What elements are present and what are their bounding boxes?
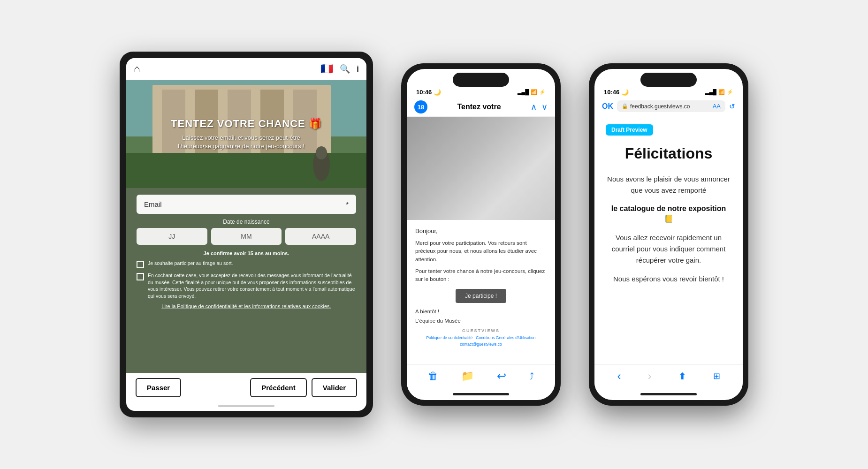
phone1-nav: 18 Tentez votre ∧ ∨ — [407, 98, 555, 117]
phone1-status-right: ▂▄█ 📶 ⚡ — [518, 89, 546, 95]
phone2-device: 10:46 🌙 ▂▄█ 📶 ⚡ OK 🔒 feedback.guestviews… — [589, 63, 748, 406]
signal-icon: ▂▄█ — [518, 89, 529, 95]
svg-point-23 — [494, 159, 507, 174]
dob-year-field[interactable]: AAAA — [285, 228, 356, 245]
svg-rect-20 — [407, 131, 555, 140]
svg-rect-13 — [416, 136, 428, 220]
valider-button[interactable]: Valider — [312, 378, 357, 397]
hero-subtitle: Laissez votre email, et vous serez peut-… — [171, 134, 312, 151]
email-sign2: L'équipe du Musée — [415, 318, 547, 324]
footer-link2[interactable]: contact@guestviews.co — [415, 341, 547, 348]
phone2-home-bar — [640, 393, 697, 395]
svg-rect-12 — [407, 117, 555, 164]
wifi-icon2: 📶 — [718, 89, 725, 95]
reload-icon[interactable]: ↺ — [729, 102, 735, 111]
felicitations-para3: Vous allez recevoir rapidement un courri… — [606, 232, 731, 266]
compose-icon[interactable]: ⤴ — [529, 371, 534, 382]
aa-button[interactable]: AA — [713, 103, 721, 110]
phone1-screen: 10:46 🌙 ▂▄█ 📶 ⚡ 18 Tentez votre ∧ ∨ — [407, 69, 555, 400]
lock-icon: 🔒 — [622, 103, 628, 109]
svg-rect-15 — [454, 136, 465, 220]
svg-rect-8 — [126, 153, 366, 188]
svg-rect-18 — [510, 136, 522, 220]
felicitations-para1: Nous avons le plaisir de vous annoncer q… — [606, 174, 731, 196]
folder-icon[interactable]: 📁 — [461, 370, 474, 382]
footer-link1[interactable]: Politique de confidentialité · Condition… — [415, 335, 547, 341]
dob-month-field[interactable]: MM — [211, 228, 282, 245]
home-icon[interactable]: ⌂ — [134, 63, 140, 75]
phone1-device: 10:46 🌙 ▂▄█ 📶 ⚡ 18 Tentez votre ∧ ∨ — [401, 63, 561, 406]
svg-rect-21 — [407, 201, 555, 220]
guestviews-logo: GUESTVIEWS — [415, 328, 547, 333]
phone1-home-bar — [453, 393, 509, 395]
tabs-icon[interactable]: ⊞ — [713, 371, 720, 381]
svg-rect-11 — [407, 117, 555, 220]
chevron-up-icon[interactable]: ∧ — [531, 102, 537, 112]
phone1-dynamic-island — [453, 73, 509, 87]
dob-row: JJ MM AAAA — [137, 228, 356, 245]
privacy-link[interactable]: Lire la Politique de confidentialité et … — [137, 303, 356, 309]
passer-button[interactable]: Passer — [136, 378, 181, 397]
required-asterisk: * — [346, 200, 349, 208]
dob-day-field[interactable]: JJ — [137, 228, 207, 245]
email-para2: Pour tenter votre chance à notre jeu-con… — [415, 267, 547, 284]
felicitations-prize: le catalogue de notre exposition 📒 — [606, 204, 731, 225]
email-greeting: Bonjour, — [415, 227, 547, 234]
felicitations-content: Draft Preview Félicitations Nous avons l… — [594, 115, 743, 364]
email-sign1: A bientôt ! — [415, 309, 547, 314]
battery-icon2: ⚡ — [727, 89, 733, 95]
tablet-home-bar — [218, 405, 274, 407]
draft-preview-badge: Draft Preview — [606, 124, 653, 136]
email-para1: Merci pour votre participation. Vos reto… — [415, 239, 547, 264]
phone2-status-right: ▂▄█ 📶 ⚡ — [705, 89, 733, 95]
search-icon[interactable]: 🔍 — [340, 64, 350, 74]
checkbox-row-1[interactable]: Je souhaite participer au tirage au sort… — [137, 260, 356, 268]
wifi-icon: 📶 — [531, 89, 537, 95]
signal-icon2: ▂▄█ — [705, 89, 716, 95]
battery-icon: ⚡ — [539, 89, 546, 95]
tablet-bottom-bar: Passer Précédent Valider — [126, 373, 366, 402]
checkbox-newsletter[interactable] — [137, 273, 144, 280]
svg-rect-17 — [491, 136, 503, 220]
share-icon[interactable]: ⬆ — [678, 371, 686, 382]
url-text: feedback.guestviews.co — [630, 103, 690, 110]
phone2-time: 10:46 🌙 — [604, 89, 629, 96]
checkbox-row-2[interactable]: En cochant cette case, vous acceptez de … — [137, 272, 356, 300]
email-text-content: Bonjour, Merci pour votre participation.… — [407, 220, 555, 355]
tablet-hero: TENTEZ VOTRE CHANCE 🎁 Laissez votre emai… — [126, 80, 366, 188]
tablet-device: ⌂ 🇫🇷 🔍 i — [120, 52, 373, 417]
svg-rect-19 — [529, 136, 541, 220]
forward-icon[interactable]: › — [648, 370, 652, 383]
dob-label: Date de naissance — [137, 219, 356, 225]
reply-icon[interactable]: ↩ — [497, 370, 506, 383]
svg-rect-14 — [435, 136, 447, 220]
phone2-dynamic-island — [640, 73, 697, 87]
phone2-status-bar: 10:46 🌙 ▂▄█ 📶 ⚡ — [594, 87, 743, 98]
ok-button[interactable]: OK — [602, 102, 613, 111]
phone1-bottom-bar: 🗑 📁 ↩ ⤴ — [407, 364, 555, 390]
phone1-nav-chevrons[interactable]: ∧ ∨ — [531, 102, 548, 112]
phone2-screen: 10:46 🌙 ▂▄█ 📶 ⚡ OK 🔒 feedback.guestviews… — [594, 69, 743, 400]
phone1-status-bar: 10:46 🌙 ▂▄█ 📶 ⚡ — [407, 87, 555, 98]
phone1-time: 10:46 🌙 — [416, 89, 441, 96]
precedent-button[interactable]: Précédent — [250, 378, 307, 397]
france-flag-icon: 🇫🇷 — [320, 63, 333, 75]
checkbox-participate[interactable] — [137, 261, 144, 268]
tablet-top-bar: ⌂ 🇫🇷 🔍 i — [126, 58, 366, 80]
tablet-hero-text: TENTEZ VOTRE CHANCE 🎁 Laissez votre emai… — [171, 118, 322, 151]
confirm-text: Je confirme avoir 15 ans au moins. — [137, 250, 356, 256]
url-bar[interactable]: 🔒 feedback.guestviews.co AA — [617, 100, 725, 112]
delete-icon[interactable]: 🗑 — [428, 370, 438, 382]
participate-btn-row: Je participe ! — [415, 289, 547, 303]
back-icon[interactable]: ‹ — [617, 370, 621, 383]
phone2-bottom-bar: ‹ › ⬆ ⊞ — [594, 364, 743, 390]
info-icon[interactable]: i — [357, 64, 359, 74]
participate-button[interactable]: Je participe ! — [456, 289, 506, 303]
felicitations-title: Félicitations — [625, 145, 713, 162]
hero-title: TENTEZ VOTRE CHANCE 🎁 — [171, 118, 322, 130]
felicitations-para4: Nous espérons vous revoir bientôt ! — [613, 273, 724, 285]
mail-count-badge[interactable]: 18 — [414, 100, 427, 113]
email-hero-image — [407, 117, 555, 220]
chevron-down-icon[interactable]: ∨ — [541, 102, 548, 112]
email-input-display[interactable]: Email * — [137, 195, 356, 214]
